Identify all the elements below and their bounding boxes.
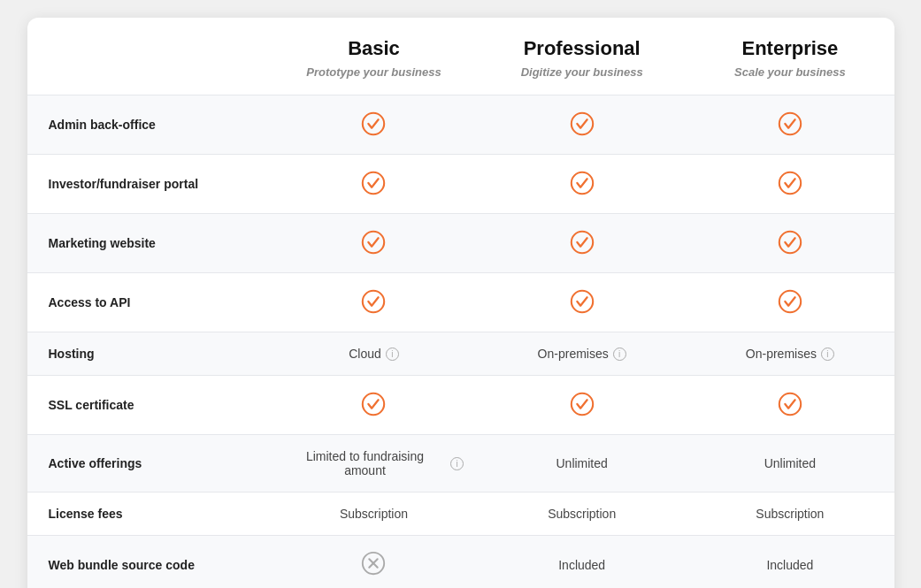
feature-basic-value xyxy=(270,376,478,435)
cell-value: On-premisesi xyxy=(746,347,834,361)
feature-name: Hosting xyxy=(27,332,270,376)
svg-point-9 xyxy=(363,291,384,312)
feature-enterprise-value: Unlimited xyxy=(686,435,894,493)
check-icon xyxy=(568,228,596,256)
svg-point-12 xyxy=(363,393,384,415)
plan-basic-name: Basic xyxy=(284,37,464,60)
plan-enterprise-subtitle: Scale your business xyxy=(700,65,879,79)
feature-basic-value xyxy=(270,536,478,589)
feature-column-header xyxy=(27,18,270,95)
check-icon xyxy=(568,169,596,197)
feature-professional-value: On-premisesi xyxy=(478,332,686,376)
table-row: Access to API xyxy=(27,273,894,332)
table-row: License feesSubscriptionSubscriptionSubs… xyxy=(27,493,894,536)
cell-value: Included xyxy=(766,558,813,572)
feature-professional-value xyxy=(478,376,686,435)
feature-basic-value xyxy=(270,214,478,273)
check-icon xyxy=(776,390,804,418)
svg-point-3 xyxy=(363,172,384,194)
table-row: Web bundle source code IncludedIncluded xyxy=(27,536,894,589)
cell-value: Cloudi xyxy=(349,347,399,361)
feature-enterprise-value xyxy=(686,376,894,435)
feature-enterprise-value xyxy=(686,155,894,214)
info-icon[interactable]: i xyxy=(386,347,399,361)
svg-point-11 xyxy=(779,291,801,312)
feature-basic-value xyxy=(270,95,478,155)
feature-professional-value xyxy=(478,214,686,273)
cell-value: Included xyxy=(558,558,605,572)
check-icon xyxy=(776,110,804,138)
cell-value: Subscription xyxy=(756,507,824,521)
feature-name: Web bundle source code xyxy=(27,536,270,589)
table-row: Admin back-office xyxy=(27,95,894,155)
check-icon xyxy=(359,228,388,256)
table-row: Investor/fundraiser portal xyxy=(27,155,894,214)
feature-enterprise-value xyxy=(686,273,894,332)
svg-point-4 xyxy=(571,172,592,194)
feature-basic-value: Subscription xyxy=(270,493,478,536)
feature-professional-value xyxy=(478,155,686,214)
cell-value: On-premisesi xyxy=(538,347,626,361)
check-icon xyxy=(568,390,596,418)
x-icon xyxy=(360,550,387,577)
table-row: Active offeringsLimited to fundraising a… xyxy=(27,435,894,493)
pricing-table: Basic Prototype your business Profession… xyxy=(27,18,894,588)
table-row: HostingCloudiOn-premisesiOn-premisesi xyxy=(27,332,894,376)
plan-basic-header: Basic Prototype your business xyxy=(270,18,478,95)
feature-name: SSL certificate xyxy=(27,376,270,435)
feature-professional-value xyxy=(478,273,686,332)
svg-point-6 xyxy=(363,232,384,253)
table-row: Marketing website xyxy=(27,214,894,273)
check-icon xyxy=(776,169,804,197)
svg-point-7 xyxy=(571,232,592,253)
check-icon xyxy=(359,287,388,316)
svg-point-1 xyxy=(571,113,592,134)
plan-basic-subtitle: Prototype your business xyxy=(284,65,464,79)
svg-point-2 xyxy=(779,113,801,134)
cell-value: Subscription xyxy=(340,507,408,521)
table-row: SSL certificate xyxy=(27,376,894,435)
svg-point-14 xyxy=(779,393,801,415)
feature-professional-value: Included xyxy=(478,536,686,589)
feature-enterprise-value: Subscription xyxy=(686,493,894,536)
plan-enterprise-name: Enterprise xyxy=(700,37,879,60)
feature-basic-value xyxy=(270,273,478,332)
plan-professional-name: Professional xyxy=(492,37,672,60)
info-icon[interactable]: i xyxy=(821,347,834,361)
cell-value: Unlimited xyxy=(556,456,607,470)
feature-enterprise-value: On-premisesi xyxy=(686,332,894,376)
plan-enterprise-header: Enterprise Scale your business xyxy=(686,18,894,95)
feature-name: Marketing website xyxy=(27,214,270,273)
feature-name: Active offerings xyxy=(27,435,270,493)
feature-name: License fees xyxy=(27,493,270,536)
check-icon xyxy=(776,228,804,256)
feature-name: Admin back-office xyxy=(27,95,270,155)
feature-professional-value xyxy=(478,95,686,155)
feature-enterprise-value xyxy=(686,214,894,273)
feature-basic-value xyxy=(270,155,478,214)
cell-value: Subscription xyxy=(548,507,616,521)
feature-enterprise-value: Included xyxy=(686,536,894,589)
check-icon xyxy=(359,169,388,197)
svg-point-10 xyxy=(571,291,592,312)
check-icon xyxy=(568,287,596,316)
svg-point-8 xyxy=(779,232,801,253)
feature-basic-value: Cloudi xyxy=(270,332,478,376)
cell-value: Limited to fundraising amounti xyxy=(284,449,464,477)
feature-professional-value: Subscription xyxy=(478,493,686,536)
plan-professional-header: Professional Digitize your business xyxy=(478,18,686,95)
svg-point-13 xyxy=(571,393,592,415)
svg-point-5 xyxy=(779,172,801,194)
check-icon xyxy=(359,110,388,138)
check-icon xyxy=(359,390,388,418)
check-icon xyxy=(776,287,804,316)
feature-name: Investor/fundraiser portal xyxy=(27,155,270,214)
feature-enterprise-value xyxy=(686,95,894,155)
feature-professional-value: Unlimited xyxy=(478,435,686,493)
cell-value: Unlimited xyxy=(764,456,816,470)
svg-point-0 xyxy=(363,113,384,134)
info-icon[interactable]: i xyxy=(613,347,626,361)
check-icon xyxy=(568,110,596,138)
info-icon[interactable]: i xyxy=(450,457,464,470)
feature-basic-value: Limited to fundraising amounti xyxy=(270,435,478,493)
